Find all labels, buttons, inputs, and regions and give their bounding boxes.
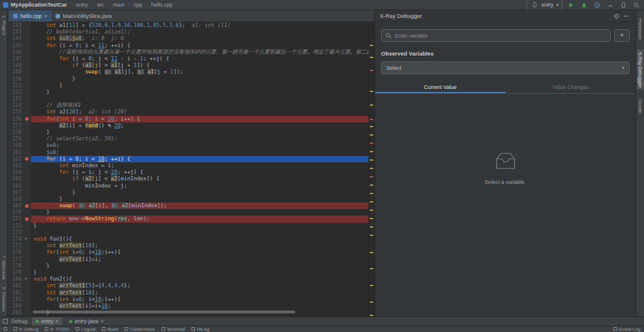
tab-current-value[interactable]: Current Value <box>375 81 506 93</box>
code-line[interactable]: 181 int arrTest1[5]={4,4,4,4}; <box>8 282 374 289</box>
code-text[interactable]: swap( a: a1[j], b: a1[j + 1]); <box>31 69 374 75</box>
line-number[interactable]: 152 <box>8 89 23 96</box>
code-line[interactable]: 155 int a2[20]; a2: int [20] <box>8 109 374 115</box>
code-text[interactable]: } <box>31 209 374 216</box>
code-text[interactable]: j=0; <box>31 149 374 156</box>
code-text[interactable]: for(int i=0; i<10;i++){ <box>31 249 374 256</box>
code-text[interactable]: arrTest[i]=i; <box>31 256 374 263</box>
breadcrumb-entry[interactable]: entry <box>69 2 88 8</box>
code-line[interactable]: 164 for (j = i; j < 20; ++j) { <box>8 169 374 176</box>
line-number[interactable]: 168 <box>8 196 23 202</box>
code-line[interactable]: 168 } <box>8 196 374 202</box>
line-number[interactable]: 175 <box>8 242 23 249</box>
line-number[interactable]: 176 <box>8 249 23 256</box>
code-line[interactable]: 157 a2[i] = rand() % 20; <box>8 122 374 129</box>
hide-panel-icon[interactable] <box>621 12 631 20</box>
breadcrumb-cpp[interactable]: cpp <box>127 2 143 8</box>
code-editor[interactable]: 142 int a1[11] = {520,0,1,9,56,100,1,85,… <box>8 22 374 316</box>
stripe-mark[interactable] <box>370 70 373 71</box>
breadcrumb-project[interactable]: MyApplicationTestCar <box>11 2 67 8</box>
line-number[interactable]: 144 <box>8 35 23 42</box>
stripe-mark[interactable] <box>370 45 373 46</box>
code-line[interactable]: 179} <box>8 269 374 276</box>
code-line[interactable]: 158 } <box>8 129 374 136</box>
code-text[interactable]: // bubbleSort(a1, aSize1); <box>31 29 374 35</box>
code-text[interactable]: int a1[11] = {520,0,1,9,56,100,1,85,5,3,… <box>31 22 374 29</box>
code-line[interactable]: 145 for (i = 0; i < 11; ++i) { <box>8 42 374 49</box>
statusbar-todo[interactable]: 6: TODO <box>45 327 69 332</box>
code-line[interactable]: 175 int arrTest[10]; <box>8 242 374 249</box>
tool-button-gradle[interactable]: Gradle <box>637 97 643 116</box>
code-line[interactable]: 156 for(int i = 0; i < 20; i++) { <box>8 116 374 122</box>
code-text[interactable]: int a2[20]; a2: int [20] <box>31 109 374 115</box>
line-number[interactable]: 185 <box>8 309 23 316</box>
breakpoint-icon[interactable] <box>23 156 31 162</box>
code-line[interactable]: 171 return env->NewString(res, len); <box>8 216 374 222</box>
code-text[interactable]: void fun1(){ <box>31 236 374 242</box>
tool-button-xray-debugger[interactable]: X-Ray Debugger <box>637 50 643 90</box>
line-number[interactable]: 162 <box>8 156 23 162</box>
code-line[interactable]: 163 int minIndex = i; <box>8 162 374 169</box>
code-text[interactable] <box>31 229 374 236</box>
code-text[interactable]: int minIndex = i; <box>31 162 374 169</box>
line-number[interactable]: 149 <box>8 69 23 75</box>
line-number[interactable]: 184 <box>8 303 23 309</box>
line-number[interactable]: 157 <box>8 122 23 129</box>
stripe-mark[interactable] <box>370 218 373 219</box>
close-tab-icon[interactable] <box>44 13 47 19</box>
code-line[interactable]: 174void fun1(){ <box>8 236 374 242</box>
code-line[interactable]: 176 for(int i=0; i<10;i++){ <box>8 249 374 256</box>
code-text[interactable]: } <box>31 129 374 136</box>
line-number[interactable]: 165 <box>8 176 23 182</box>
statusbar-debug[interactable]: 5: Debug <box>14 327 38 332</box>
editor-tab-hello-cpp[interactable]: hello.cpp <box>9 10 51 21</box>
code-text[interactable]: int arrTest[10]; <box>31 290 374 296</box>
line-number[interactable]: 180 <box>8 276 23 282</box>
line-number[interactable]: 164 <box>8 169 23 176</box>
gear-icon[interactable] <box>612 12 621 20</box>
code-text[interactable]: for (j = 0; j < 11 - i - 1; ++j) { <box>31 56 374 62</box>
code-line[interactable]: 182 int arrTest[10]; <box>8 290 374 296</box>
breakpoint-icon[interactable] <box>23 202 31 209</box>
line-number[interactable]: 166 <box>8 183 23 189</box>
line-number[interactable]: 174 <box>8 236 23 242</box>
code-text[interactable] <box>31 96 374 102</box>
tool-button-structure[interactable]: 7: Structure <box>1 255 7 279</box>
stripe-mark[interactable] <box>370 285 373 286</box>
code-line[interactable]: 154 // 选择排序2 <box>8 102 374 109</box>
line-number[interactable]: 167 <box>8 189 23 196</box>
search-everywhere-button[interactable] <box>631 1 641 10</box>
code-text[interactable]: void fun2(){ <box>31 276 374 282</box>
tool-button-previewer[interactable]: Previewer <box>637 16 643 42</box>
code-text[interactable]: //每趟排序的元素都从第一个元素开始到尾部还没有排序好的元素。第一趟为第一个元素… <box>31 49 374 56</box>
stripe-mark[interactable] <box>370 91 373 92</box>
profiler-button[interactable] <box>605 1 615 10</box>
code-line[interactable]: 183 for(int i=0; i<10;i++){ <box>8 296 374 303</box>
line-number[interactable]: 161 <box>8 149 23 156</box>
code-line[interactable]: 144 int i=0,j=0; i: 0 j: 0 <box>8 35 374 42</box>
line-number[interactable]: 147 <box>8 56 23 62</box>
breadcrumb-file[interactable]: hello.cpp <box>144 2 172 8</box>
stripe-mark[interactable] <box>370 151 373 152</box>
line-number[interactable]: 146 <box>8 49 23 56</box>
code-line[interactable]: 169 swap( a: a2[i], b: a2[minIndex]); <box>8 202 374 209</box>
statusbar-event-log[interactable]: Event Log <box>614 327 640 332</box>
stripe-mark[interactable] <box>370 185 373 186</box>
code-text[interactable]: return env->NewString(res, len); <box>31 216 374 222</box>
breadcrumb-main[interactable]: main <box>106 2 125 8</box>
code-line[interactable]: 167 } <box>8 189 374 196</box>
code-text[interactable]: if (a2[j] < a2[minIndex]) { <box>31 176 374 182</box>
stripe-mark[interactable] <box>370 252 373 253</box>
code-line[interactable]: 178 } <box>8 263 374 269</box>
code-text[interactable]: } <box>31 189 374 196</box>
code-line[interactable]: 170 } <box>8 209 374 216</box>
statusbar-build[interactable]: Build <box>102 327 118 332</box>
toolwindow-toggle-icon[interactable] <box>4 327 7 331</box>
line-number[interactable]: 183 <box>8 296 23 303</box>
code-line[interactable]: 152 } <box>8 89 374 96</box>
code-text[interactable]: int arrTest1[5]={4,4,4,4}; <box>31 282 374 289</box>
tool-button-project[interactable]: 1: Project <box>1 15 7 35</box>
breadcrumb-src[interactable]: src <box>90 2 104 8</box>
stripe-mark[interactable] <box>370 235 373 236</box>
fold-icon[interactable] <box>23 276 31 282</box>
